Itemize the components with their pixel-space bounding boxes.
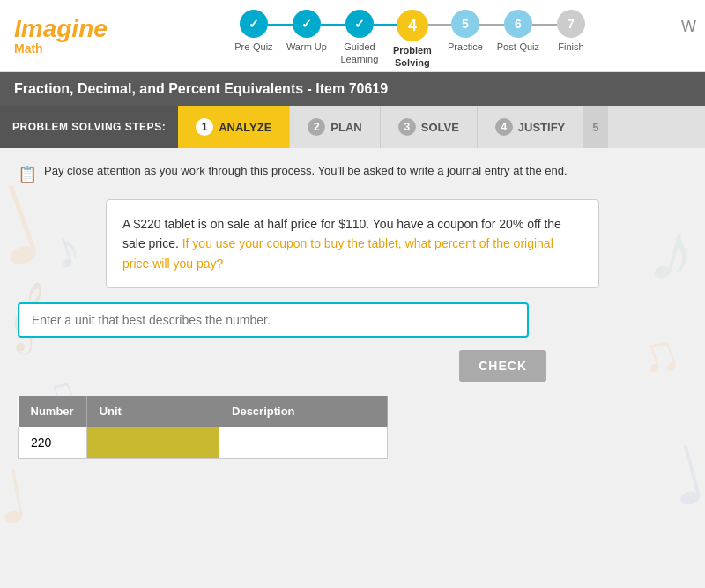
ps-tabs: PROBLEM SOLVING STEPS: 1 ANALYZE 2 PLAN … (0, 106, 705, 148)
tab-num-2: 2 (308, 118, 325, 136)
tab-plan[interactable]: 2 PLAN (290, 106, 380, 148)
progress-steps: ✓ Pre-Quiz ✓ Warm Up ✓ GuidedLearning 4 … (134, 3, 691, 68)
step-circle-6: 6 (504, 10, 532, 38)
step-problem-solving[interactable]: 4 ProblemSolving (386, 10, 439, 68)
tab-label-plan: PLAN (330, 121, 361, 134)
tab-num-3: 3 (398, 118, 416, 136)
clipboard-icon: 📋 (18, 163, 37, 187)
cell-number: 220 (19, 427, 87, 459)
step-circle-1: ✓ (240, 10, 268, 38)
col-header-description: Description (219, 396, 388, 427)
tab-label-solve: SOLVE (421, 121, 459, 134)
logo-area: Imagine Math (14, 17, 108, 56)
content-inner: 📋 Pay close attention as you work throug… (0, 148, 705, 473)
step-circle-3: ✓ (345, 10, 374, 38)
check-button-row: CHECK (18, 350, 546, 382)
cell-unit[interactable] (86, 427, 219, 459)
header: Imagine Math ✓ Pre-Quiz ✓ Warm Up ✓ Guid… (0, 0, 705, 72)
input-row (18, 302, 687, 338)
step-label-2: Warm Up (286, 41, 327, 53)
step-label-5: Practice (448, 41, 483, 53)
unit-input[interactable] (18, 302, 529, 338)
step-post-quiz[interactable]: 6 Post-Quiz (492, 10, 545, 53)
tab-5[interactable]: 5 (583, 106, 607, 148)
step-finish[interactable]: 7 Finish (545, 10, 597, 53)
notice-box: 📋 Pay close attention as you work throug… (18, 162, 687, 187)
problem-text-highlighted: If you use your coupon to buy the tablet… (122, 236, 553, 270)
step-circle-5: 5 (451, 10, 479, 38)
check-button[interactable]: CHECK (459, 350, 546, 382)
tab-solve[interactable]: 3 SOLVE (381, 106, 478, 148)
step-circle-7: 7 (557, 10, 585, 38)
table-row: 220 (19, 427, 388, 459)
col-header-number: Number (19, 396, 87, 427)
step-practice[interactable]: 5 Practice (439, 10, 492, 53)
step-circle-2: ✓ (293, 10, 321, 38)
step-label-4: ProblemSolving (393, 45, 432, 68)
logo-imagine: Imagine (14, 17, 108, 41)
tab-label-justify: JUSTIFY (518, 121, 565, 134)
step-warm-up[interactable]: ✓ Warm Up (280, 10, 333, 53)
step-label-1: Pre-Quiz (234, 41, 272, 53)
problem-box: A $220 tablet is on sale at half price f… (106, 199, 599, 288)
step-label-7: Finish (558, 41, 583, 53)
logo-math: Math (14, 41, 108, 56)
page-title: Fraction, Decimal, and Percent Equivalen… (14, 81, 388, 96)
notice-text: Pay close attention as you work through … (44, 162, 568, 180)
cell-description (219, 427, 388, 459)
main-content: ♩ ♪ 𝄞 ♫ ♩ ♪ ♫ ♩ 📋 Pay close attention as… (0, 148, 705, 588)
step-circle-4: 4 (397, 10, 428, 41)
col-header-unit: Unit (86, 396, 219, 427)
data-table: Number Unit Description 220 (18, 396, 388, 459)
tab-num-1: 1 (196, 118, 213, 136)
page-title-bar: Fraction, Decimal, and Percent Equivalen… (0, 72, 705, 106)
step-label-3: GuidedLearning (340, 41, 378, 64)
step-label-6: Post-Quiz (497, 41, 539, 53)
w-indicator: W (681, 18, 696, 36)
tab-justify[interactable]: 4 JUSTIFY (478, 106, 583, 148)
tab-label-5: 5 (592, 121, 598, 134)
tab-num-4: 4 (495, 118, 513, 136)
table-header-row: Number Unit Description (19, 396, 388, 427)
tab-label-analyze: ANALYZE (219, 121, 271, 134)
ps-label: PROBLEM SOLVING STEPS: (0, 106, 178, 148)
step-pre-quiz[interactable]: ✓ Pre-Quiz (227, 10, 280, 53)
tab-analyze[interactable]: 1 ANALYZE (178, 106, 290, 148)
step-guided-learning[interactable]: ✓ GuidedLearning (333, 10, 386, 64)
